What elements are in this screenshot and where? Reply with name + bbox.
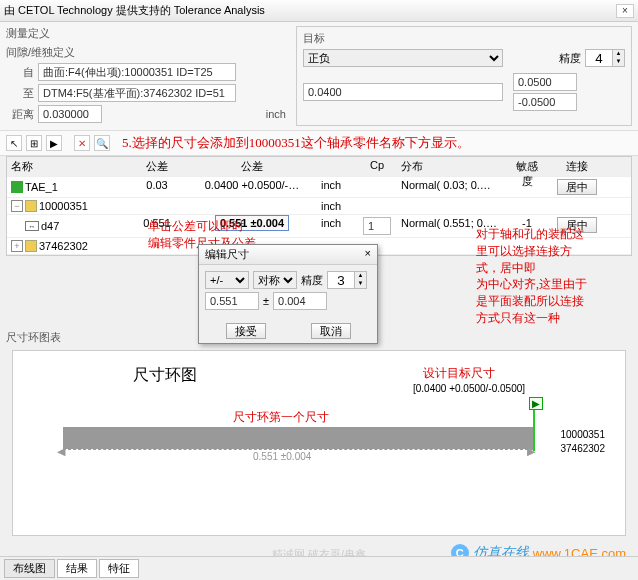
precision-spinner[interactable]: ▲▼ xyxy=(585,49,625,67)
chart-section-header: 尺寸环图表 xyxy=(6,330,61,345)
to-label: 至 xyxy=(6,86,34,101)
table-row[interactable]: TAE_1 0.03 0.0400 +0.0500/-… inch Normal… xyxy=(7,177,631,198)
target-type-select[interactable]: 正负 xyxy=(303,49,503,67)
tab-results[interactable]: 结果 xyxy=(57,559,97,578)
cancel-button[interactable]: 取消 xyxy=(311,323,351,339)
window-titlebar: 由 CETOL Technology 提供支持的 Tolerance Analy… xyxy=(0,0,638,22)
tol-type-select[interactable]: +/- xyxy=(205,271,249,289)
close-icon[interactable]: × xyxy=(365,247,371,262)
callout-conn-help: 对于轴和孔的装配这 里可以选择连接方 式，居中即 为中心对齐,这里由于 是平面装… xyxy=(476,226,587,327)
tab-features[interactable]: 特征 xyxy=(99,559,139,578)
spin-down-icon[interactable]: ▼ xyxy=(354,280,366,288)
target-dim-label: 设计目标尺寸 xyxy=(423,365,495,382)
target-upper-input[interactable] xyxy=(513,73,577,91)
table-row[interactable]: −10000351 inch xyxy=(7,198,631,215)
plusminus-label: ± xyxy=(263,295,269,307)
target-nominal-input[interactable] xyxy=(303,83,503,101)
col-name: 名称 xyxy=(7,157,127,176)
edit-dimension-dialog: 编辑尺寸 × +/- 对称 精度 ▲▼ ± 接受 取消 xyxy=(198,244,378,344)
to-input[interactable] xyxy=(38,84,236,102)
annotation-main: 5.选择的尺寸会添加到10000351这个轴承零件名称下方显示。 xyxy=(122,134,470,152)
first-dim-label: 尺寸环第一个尺寸 xyxy=(233,409,329,426)
dist-label: 距离 xyxy=(6,107,34,122)
part-label-2: 37462302 xyxy=(561,443,606,454)
dimension-icon: ↔ xyxy=(25,221,39,231)
col-tol-label: 公差 xyxy=(127,157,187,176)
precision-label: 精度 xyxy=(559,51,581,66)
expand-icon[interactable]: + xyxy=(11,240,23,252)
search-icon[interactable]: 🔍 xyxy=(94,135,110,151)
loop-chart: 尺寸环图 设计目标尺寸 [0.0400 +0.0500/-0.0500] 尺寸环… xyxy=(12,350,626,536)
part-icon xyxy=(25,200,37,212)
measure-icon xyxy=(11,181,23,193)
target-header: 目标 xyxy=(303,31,625,46)
from-input[interactable] xyxy=(38,63,236,81)
definition-header: 测量定义 xyxy=(6,26,286,41)
cursor-icon[interactable]: ↖ xyxy=(6,135,22,151)
tab-layout[interactable]: 布线图 xyxy=(4,559,55,578)
symm-select[interactable]: 对称 xyxy=(253,271,297,289)
col-tol: 公差 xyxy=(187,157,317,176)
definition-subheader: 间隙/维独定义 xyxy=(6,45,286,60)
unit-label: inch xyxy=(266,108,286,120)
dialog-title: 编辑尺寸 xyxy=(205,247,249,262)
fit-icon[interactable]: ⊞ xyxy=(26,135,42,151)
prec-label: 精度 xyxy=(301,273,323,288)
close-icon[interactable]: × xyxy=(616,4,634,18)
prec-spinner[interactable]: ▲▼ xyxy=(327,271,367,289)
col-sens: 敏感度 xyxy=(507,157,547,176)
footer-tabs: 布线图 结果 特征 xyxy=(0,556,638,580)
toolbar: ↖ ⊞ ▶ ✕ 🔍 5.选择的尺寸会添加到10000351这个轴承零件名称下方显… xyxy=(0,131,638,156)
col-dist: 分布 xyxy=(397,157,507,176)
from-label: 自 xyxy=(6,65,34,80)
col-conn: 连接 xyxy=(547,157,607,176)
collapse-icon[interactable]: − xyxy=(11,200,23,212)
target-range: [0.0400 +0.0500/-0.0500] xyxy=(413,383,525,394)
target-lower-input[interactable] xyxy=(513,93,577,111)
nominal-input[interactable] xyxy=(205,292,259,310)
cp-input[interactable] xyxy=(363,217,391,235)
next-icon[interactable]: ▶ xyxy=(46,135,62,151)
col-cp: Cp xyxy=(357,157,397,176)
dist-input[interactable] xyxy=(38,105,102,123)
delete-icon[interactable]: ✕ xyxy=(74,135,90,151)
chart-title: 尺寸环图 xyxy=(133,365,197,386)
window-title: 由 CETOL Technology 提供支持的 Tolerance Analy… xyxy=(4,3,265,18)
conn-button[interactable]: 居中 xyxy=(557,179,597,195)
part-label-1: 10000351 xyxy=(561,429,606,440)
tolerance-input[interactable] xyxy=(273,292,327,310)
accept-button[interactable]: 接受 xyxy=(226,323,266,339)
spin-up-icon[interactable]: ▲ xyxy=(354,272,366,280)
spin-down-icon[interactable]: ▼ xyxy=(612,58,624,66)
target-tag-icon: ▶ xyxy=(529,397,543,410)
bar-label: 0.551 ±0.004 xyxy=(253,451,311,462)
part-icon xyxy=(25,240,37,252)
spin-up-icon[interactable]: ▲ xyxy=(612,50,624,58)
